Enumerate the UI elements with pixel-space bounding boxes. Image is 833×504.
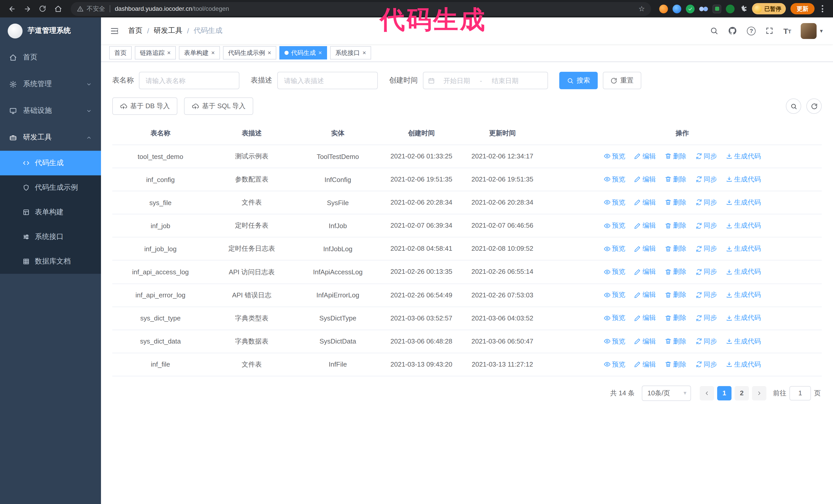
browser-menu-icon[interactable]	[819, 5, 826, 12]
edit-link[interactable]: 编辑	[634, 152, 656, 161]
delete-link[interactable]: 删除	[665, 337, 686, 346]
sync-link[interactable]: 同步	[695, 267, 717, 277]
generate-code-link[interactable]: 生成代码	[726, 267, 761, 277]
sync-link[interactable]: 同步	[695, 175, 717, 184]
sidebar-item-system[interactable]: 系统管理	[0, 71, 101, 97]
prev-page-button[interactable]	[700, 386, 714, 401]
preview-link[interactable]: 预览	[604, 267, 625, 277]
preview-link[interactable]: 预览	[604, 175, 625, 184]
fullscreen-button[interactable]	[765, 27, 774, 35]
import-db-button[interactable]: 基于 DB 导入	[112, 97, 177, 115]
logo[interactable]: 芋道管理系统	[0, 18, 101, 44]
edit-link[interactable]: 编辑	[634, 244, 656, 253]
sidebar-toggle-button[interactable]	[108, 24, 121, 37]
tab-tracing[interactable]: 链路追踪 ×	[135, 46, 176, 59]
sync-link[interactable]: 同步	[695, 314, 717, 323]
close-icon[interactable]: ×	[318, 50, 322, 56]
delete-link[interactable]: 删除	[665, 267, 686, 277]
tab-api[interactable]: 系统接口 ×	[330, 46, 371, 59]
breadcrumb-dev-tools[interactable]: 研发工具	[154, 26, 183, 35]
preview-link[interactable]: 预览	[604, 198, 625, 207]
sidebar-item-infra[interactable]: 基础设施	[0, 97, 101, 124]
extension-icon-people[interactable]	[699, 4, 708, 13]
sidebar-item-api[interactable]: 系统接口	[0, 224, 101, 249]
edit-link[interactable]: 编辑	[634, 314, 656, 323]
edit-link[interactable]: 编辑	[634, 221, 656, 230]
delete-link[interactable]: 删除	[665, 290, 686, 300]
date-range-picker[interactable]: -	[423, 72, 548, 89]
forward-button[interactable]	[21, 2, 34, 16]
generate-code-link[interactable]: 生成代码	[726, 198, 761, 207]
edit-link[interactable]: 编辑	[634, 360, 656, 369]
delete-link[interactable]: 删除	[665, 244, 686, 253]
sidebar-item-codegen-example[interactable]: 代码生成示例	[0, 175, 101, 200]
generate-code-link[interactable]: 生成代码	[726, 337, 761, 346]
reload-button[interactable]	[36, 2, 49, 16]
tab-home[interactable]: 首页	[109, 46, 132, 59]
breadcrumb-home[interactable]: 首页	[128, 26, 143, 35]
edit-link[interactable]: 编辑	[634, 267, 656, 277]
preview-link[interactable]: 预览	[604, 290, 625, 300]
page-button-1[interactable]: 1	[717, 386, 732, 401]
reset-button[interactable]: 重置	[603, 72, 641, 89]
sidebar-item-dev-tools[interactable]: 研发工具	[0, 124, 101, 151]
start-date-input[interactable]	[435, 77, 479, 85]
goto-page-input[interactable]	[789, 386, 811, 401]
delete-link[interactable]: 删除	[665, 221, 686, 230]
github-button[interactable]	[728, 26, 737, 35]
generate-code-link[interactable]: 生成代码	[726, 314, 761, 323]
edit-link[interactable]: 编辑	[634, 198, 656, 207]
sync-link[interactable]: 同步	[695, 290, 717, 300]
page-size-select[interactable]: 10条/页 ▾	[642, 386, 691, 401]
generate-code-link[interactable]: 生成代码	[726, 360, 761, 369]
sync-link[interactable]: 同步	[695, 360, 717, 369]
next-page-button[interactable]	[752, 386, 766, 401]
sidebar-item-form-builder[interactable]: 表单构建	[0, 200, 101, 224]
delete-link[interactable]: 删除	[665, 175, 686, 184]
font-size-button[interactable]: T T	[783, 27, 791, 34]
generate-code-link[interactable]: 生成代码	[726, 152, 761, 161]
preview-link[interactable]: 预览	[604, 314, 625, 323]
tab-codegen-example[interactable]: 代码生成示例 ×	[223, 46, 276, 59]
generate-code-link[interactable]: 生成代码	[726, 290, 761, 300]
sync-link[interactable]: 同步	[695, 152, 717, 161]
import-sql-button[interactable]: 基于 SQL 导入	[184, 97, 254, 115]
close-icon[interactable]: ×	[362, 50, 366, 56]
sync-link[interactable]: 同步	[695, 337, 717, 346]
edit-link[interactable]: 编辑	[634, 290, 656, 300]
extension-icon-orange[interactable]	[659, 4, 668, 13]
home-button[interactable]	[51, 2, 65, 16]
extension-icon-green[interactable]	[726, 4, 735, 13]
sync-link[interactable]: 同步	[695, 198, 717, 207]
sync-link[interactable]: 同步	[695, 244, 717, 253]
browser-update-button[interactable]: 更新	[790, 3, 814, 14]
search-button[interactable]: 搜索	[559, 72, 598, 89]
preview-link[interactable]: 预览	[604, 244, 625, 253]
paused-badge[interactable]: 已暂停	[752, 3, 786, 14]
refresh-table-button[interactable]	[806, 98, 822, 114]
table-desc-input[interactable]	[277, 72, 378, 89]
sync-link[interactable]: 同步	[695, 221, 717, 230]
preview-link[interactable]: 预览	[604, 360, 625, 369]
delete-link[interactable]: 删除	[665, 152, 686, 161]
sidebar-item-codegen[interactable]: 代码生成	[0, 151, 101, 175]
address-bar[interactable]: 不安全 dashboard.yudao.iocoder.cn /tool/cod…	[71, 2, 651, 16]
user-menu[interactable]: ▾	[801, 23, 823, 39]
toggle-search-button[interactable]	[786, 98, 801, 114]
edit-link[interactable]: 编辑	[634, 175, 656, 184]
edit-link[interactable]: 编辑	[634, 337, 656, 346]
tab-codegen[interactable]: 代码生成 ×	[279, 46, 327, 59]
end-date-input[interactable]	[483, 77, 527, 85]
extension-icon-green-check[interactable]	[686, 4, 695, 13]
delete-link[interactable]: 删除	[665, 314, 686, 323]
generate-code-link[interactable]: 生成代码	[726, 175, 761, 184]
close-icon[interactable]: ×	[211, 50, 215, 56]
extension-icon-blue-drop[interactable]	[672, 4, 681, 13]
preview-link[interactable]: 预览	[604, 152, 625, 161]
sidebar-item-db-doc[interactable]: 数据库文档	[0, 249, 101, 274]
delete-link[interactable]: 删除	[665, 360, 686, 369]
extensions-puzzle-icon[interactable]	[739, 5, 747, 13]
delete-link[interactable]: 删除	[665, 198, 686, 207]
help-icon[interactable]: ?	[747, 26, 756, 35]
bookmark-star-icon[interactable]: ☆	[639, 5, 645, 13]
